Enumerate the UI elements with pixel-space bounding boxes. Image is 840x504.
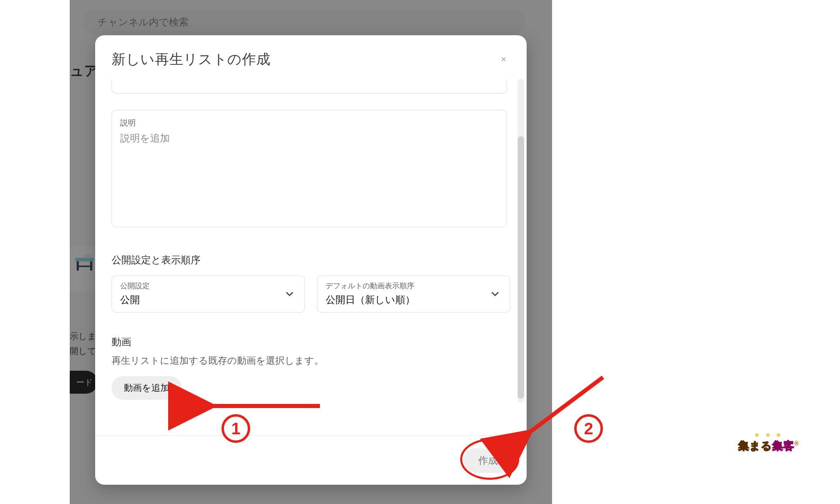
close-button[interactable]: × [497,53,510,66]
chevron-down-icon [489,288,501,300]
add-video-button[interactable]: 動画を追加 [112,376,182,400]
scrollbar-thumb[interactable] [518,136,524,399]
create-button[interactable]: 作成 [463,448,513,473]
order-select-value: 公開日（新しい順） [326,293,502,306]
brand-stars-icon: ★ ★ ★ [738,431,799,439]
dialog-title: 新しい再生リストの作成 [112,50,270,69]
visibility-select-label: 公開設定 [120,281,296,291]
brand-registered: ® [794,440,799,447]
playlist-title-input[interactable] [112,79,507,94]
order-select[interactable]: デフォルトの動画表示順序 公開日（新しい順） [317,276,510,312]
dialog-header: 新しい再生リストの作成 × [95,35,527,79]
selects-row: 公開設定 公開 デフォルトの動画表示順序 公開日（新しい順） [112,276,510,312]
visibility-section-heading: 公開設定と表示順序 [112,253,510,267]
brand-text-right: 集客 [772,440,794,452]
annotation-arrow-1 [193,394,324,418]
close-icon: × [501,54,507,65]
brand-stamp: ★ ★ ★ 集まる集客® [738,431,799,453]
annotation-arrow-2 [513,369,619,451]
visibility-select[interactable]: 公開設定 公開 [112,276,305,312]
videos-section-helper: 再生リストに追加する既存の動画を選択します。 [112,354,510,367]
dialog-footer: 作成 [95,436,527,485]
playlist-description-input[interactable]: 説明 説明を追加 [112,110,507,227]
brand-text-left: 集まる [738,440,772,452]
videos-section-heading: 動画 [112,335,510,349]
dialog-body: 説明 説明を追加 公開設定と表示順序 公開設定 公開 デフォルトの動画表示順序 … [95,79,527,436]
description-label: 説明 [120,118,498,128]
svg-line-6 [521,377,603,439]
chevron-down-icon [284,288,295,300]
order-select-label: デフォルトの動画表示順序 [326,281,502,291]
visibility-select-value: 公開 [120,293,296,306]
description-placeholder: 説明を追加 [120,132,498,145]
